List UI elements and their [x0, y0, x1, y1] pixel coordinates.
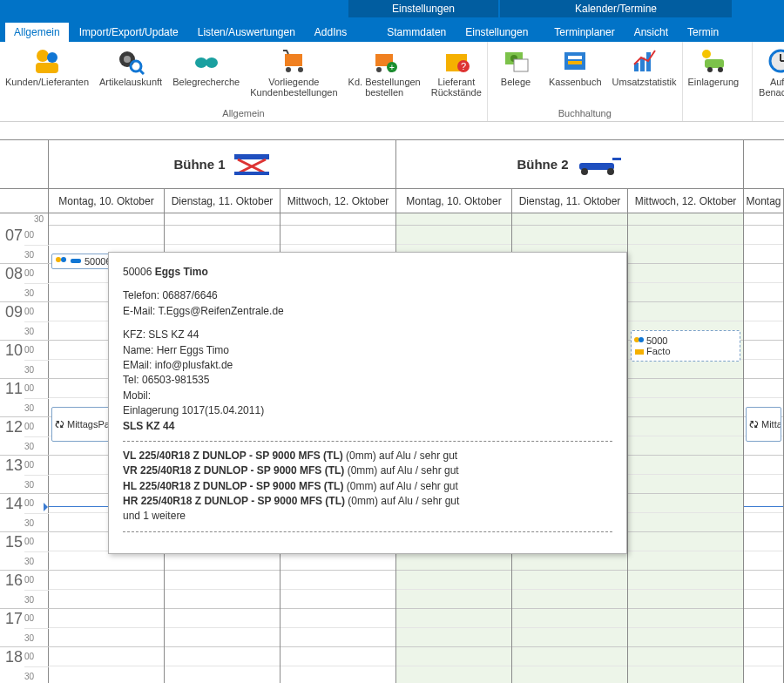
kdbest-label2: bestellen — [365, 87, 403, 98]
svg-point-57 — [56, 257, 61, 262]
tt-tire-vl: VL 225/40R18 Z DUNLOP - SP 9000 MFS (TL) — [123, 450, 343, 462]
day-b1-tue[interactable]: Dienstag, 11. Oktober — [165, 189, 280, 213]
qat-overflow-icon[interactable]: ▾ — [140, 6, 145, 15]
day-b3-mon[interactable]: Montag — [744, 189, 784, 213]
resource-b2-label: Bühne 2 — [517, 157, 568, 172]
help-qat-icon[interactable]: ? — [80, 3, 96, 18]
svg-point-46 — [707, 67, 713, 72]
auftrag-benachrichtigung-button[interactable]: Auftr Benachric — [753, 44, 784, 106]
day-b1-mon[interactable]: Montag, 10. Oktober — [49, 189, 165, 213]
tab-allgemein[interactable]: Allgemein — [5, 23, 69, 42]
vorlieg-label1: Vorliegende — [268, 77, 319, 87]
people-icon — [33, 47, 61, 75]
lieferant-rueckstaende-button[interactable]: ? Lieferant Rückstände — [426, 44, 487, 106]
svg-text:?: ? — [85, 5, 91, 16]
artikel-label: Artikelauskunft — [99, 77, 162, 87]
belegrecherche-button[interactable]: Belegrecherche — [167, 44, 245, 106]
resource-header-buehne2[interactable]: Bühne 2 — [396, 140, 744, 188]
tab-einstellungen[interactable]: Einstellungen — [456, 23, 537, 42]
tt-mobil-label: Mobil: — [123, 389, 151, 402]
tire-qat-icon[interactable] — [61, 3, 77, 18]
calendar-qat-icon[interactable] — [99, 3, 115, 18]
qat-dropdown-icon[interactable]: ▾ — [120, 6, 125, 15]
day-b2-mon[interactable]: Montag, 10. Oktober — [396, 189, 512, 213]
resource-header-buehne1[interactable]: Bühne 1 — [49, 140, 396, 188]
kdbest-label1: Kd. Bestellungen — [348, 77, 421, 87]
belege-label: Belege — [501, 77, 531, 87]
auftr-label1: Auftr — [770, 77, 784, 87]
kunden-lieferanten-button[interactable]: Kunden/Lieferanten — [0, 44, 94, 106]
ribbon-tabs: Allgemein Import/Export/Update Listen/Au… — [0, 21, 784, 42]
svg-point-23 — [206, 57, 218, 68]
svg-point-55 — [607, 168, 614, 175]
ribbon-group-allgemein: Allgemein — [0, 106, 487, 121]
svg-point-9 — [62, 7, 69, 14]
svg-rect-14 — [101, 5, 113, 8]
lieferant-label1: Lieferant — [437, 77, 475, 87]
day-b1-wed[interactable]: Mittwoch, 12. Oktober — [280, 189, 396, 213]
svg-rect-59 — [71, 259, 81, 263]
svg-point-28 — [376, 67, 382, 72]
vorliegende-button[interactable]: Vorliegende Kundenbestellungen — [245, 44, 342, 106]
tab-ansicht[interactable]: Ansicht — [625, 23, 677, 42]
tt-tire-vr-sfx: (0mm) auf Alu / sehr gut — [348, 464, 459, 477]
svg-point-26 — [298, 67, 303, 72]
tt-email2: info@plusfakt.de — [155, 359, 233, 371]
money-doc-icon — [502, 47, 530, 75]
auftr-label2: Benachric — [759, 87, 784, 98]
kunden-qat-icon[interactable] — [23, 3, 38, 18]
car-qat-icon[interactable] — [42, 3, 57, 18]
tt-tire-vl-sfx: (0mm) auf Alu / sehr gut — [346, 450, 457, 462]
cart-plus-icon: + — [370, 47, 398, 75]
svg-point-54 — [581, 168, 588, 175]
svg-point-8 — [51, 13, 55, 17]
svg-point-47 — [718, 67, 723, 72]
col-b3-mon[interactable]: 🗘 Mitta — [744, 213, 784, 683]
einlagerung-button[interactable]: Einlagerung — [683, 44, 745, 106]
refresh-icon: 🗘 — [749, 419, 759, 429]
tt-tire-hr-sfx: (0mm) auf Alu / sehr gut — [348, 495, 459, 507]
belege-button[interactable]: Belege — [488, 44, 544, 106]
tt-email-label: E-Mail: — [123, 305, 155, 317]
tab-stammdaten[interactable]: Stammdaten — [378, 23, 455, 42]
tab-importexport[interactable]: Import/Export/Update — [71, 23, 187, 42]
tab-addins[interactable]: AddIns — [306, 23, 355, 42]
svg-rect-37 — [514, 59, 528, 71]
appt-mittag-b3-label: Mitta — [761, 419, 781, 429]
svg-text:+: + — [389, 63, 395, 72]
beleg-label: Belegrecherche — [172, 77, 240, 87]
kassenbuch-button[interactable]: Kassenbuch — [544, 44, 607, 106]
chart-icon — [631, 47, 659, 75]
flag-icon[interactable] — [3, 3, 19, 18]
svg-point-61 — [639, 337, 644, 342]
tab-terminplaner[interactable]: Terminplaner — [545, 23, 623, 42]
calendar: Bühne 1 Bühne 2 Montag, 10. Oktober Dien… — [0, 139, 784, 683]
umsatzstatistik-button[interactable]: Umsatzstatistik — [607, 44, 682, 106]
kd-bestellungen-button[interactable]: + Kd. Bestellungen bestellen — [343, 44, 426, 106]
appointment-tooltip: 50006 Eggs Timo Telefon: 06887/6646 E-Ma… — [108, 252, 627, 554]
tt-id: 50006 — [123, 266, 152, 278]
appt-mittag-b3[interactable]: 🗘 Mitta — [746, 407, 781, 442]
svg-rect-52 — [234, 172, 269, 175]
tt-tel-label: Telefon: — [123, 289, 159, 301]
day-b2-wed[interactable]: Mittwoch, 12. Oktober — [628, 189, 744, 213]
tab-termin[interactable]: Termin — [679, 23, 727, 42]
gutter-days — [0, 189, 49, 213]
col-b2-wed[interactable]: 5000 Facto — [628, 213, 744, 683]
tt-email2-label: EMail: — [123, 359, 152, 371]
cart-orange-icon — [280, 47, 308, 75]
appt-facto[interactable]: 5000 Facto — [631, 330, 740, 362]
svg-point-22 — [195, 57, 207, 68]
appt-fact2-label: Facto — [646, 346, 671, 356]
artikelauskunft-button[interactable]: Artikelauskunft — [94, 44, 167, 106]
ribbon-group-buchhaltung: Buchhaltung — [488, 106, 682, 121]
svg-point-58 — [61, 257, 66, 262]
day-b2-tue[interactable]: Dienstag, 11. Oktober — [512, 189, 628, 213]
svg-rect-5 — [24, 11, 37, 17]
resource-header-overflow[interactable] — [744, 140, 784, 188]
svg-rect-45 — [705, 59, 724, 68]
appt-factory-icon — [634, 347, 645, 355]
ribbon-group-spacer1 — [683, 106, 752, 121]
tab-listen[interactable]: Listen/Auswertungen — [189, 23, 304, 42]
svg-rect-51 — [234, 154, 269, 159]
